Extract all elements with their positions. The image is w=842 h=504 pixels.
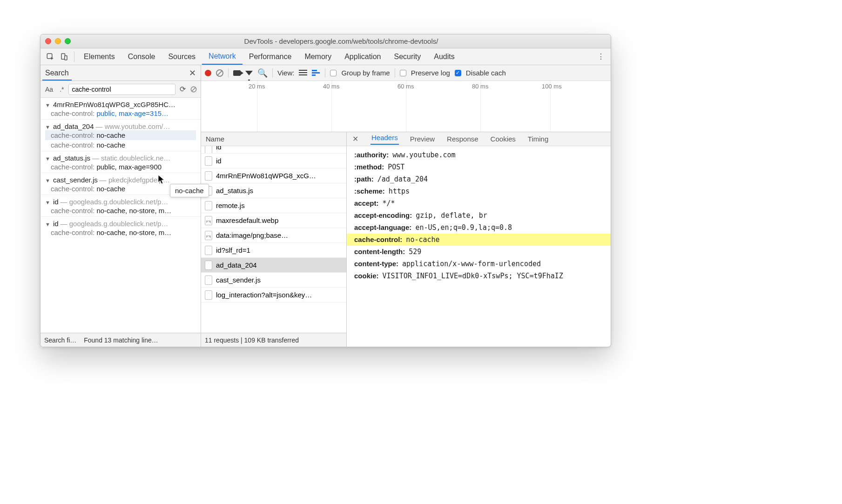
inspect-element-icon[interactable]	[44, 51, 56, 63]
search-result-title[interactable]: ▼ad_status.js — static.doubleclick.ne…	[45, 154, 196, 162]
tab-sources[interactable]: Sources	[162, 48, 202, 65]
search-result-title[interactable]: ▼ad_data_204 — www.youtube.com/…	[45, 122, 196, 130]
search-header: Search ✕	[40, 65, 201, 81]
regex-toggle[interactable]: .*	[58, 85, 66, 94]
header-row: content-length:529	[347, 246, 611, 258]
table-row[interactable]: id	[201, 146, 346, 154]
refresh-icon[interactable]: ⟳	[178, 85, 187, 94]
devtools-toolbar: ElementsConsoleSourcesNetworkPerformance…	[40, 48, 611, 65]
table-row[interactable]: ad_status.js	[201, 183, 346, 198]
device-toolbar-icon[interactable]	[58, 51, 70, 63]
tab-network[interactable]: Network	[202, 48, 242, 65]
filter-toggle-icon[interactable]	[245, 71, 253, 75]
table-row[interactable]: maxresdefault.webp	[201, 213, 346, 228]
search-result-line[interactable]: cache-control: public, max-age=315…	[45, 108, 196, 118]
table-row[interactable]: 4mrRnEPnWo81qWPG8_xcG…	[201, 168, 346, 183]
search-result-group[interactable]: ▼id — googleads.g.doubleclick.net/p…cach…	[40, 216, 201, 238]
clear-button[interactable]	[216, 69, 223, 77]
script-file-icon	[205, 246, 212, 255]
detail-tab-response[interactable]: Response	[446, 135, 479, 143]
header-value: POST	[388, 163, 404, 171]
close-window-button[interactable]	[45, 38, 51, 44]
table-row[interactable]: cast_sender.js	[201, 273, 346, 288]
tooltip-text: no-cache	[175, 187, 204, 195]
detail-tab-headers[interactable]: Headers	[370, 134, 399, 145]
waterfall-view-icon[interactable]	[312, 70, 320, 76]
group-by-frame-checkbox[interactable]	[330, 70, 337, 76]
search-results: ▼4mrRnEPnWo81qWPG8_xcGP85HC… cache-contr…	[40, 98, 201, 333]
image-file-icon	[205, 216, 212, 225]
search-controls: Aa .* ⟳	[40, 81, 201, 98]
search-result-group[interactable]: ▼id — googleads.g.doubleclick.net/p…cach…	[40, 195, 201, 216]
record-button[interactable]	[205, 70, 211, 76]
close-detail-icon[interactable]: ✕	[352, 134, 358, 143]
tab-console[interactable]: Console	[121, 48, 162, 65]
search-result-group[interactable]: ▼ad_data_204 — www.youtube.com/…cache-co…	[40, 119, 201, 151]
timeline-tick: 40 ms	[323, 83, 339, 90]
svg-rect-2	[65, 55, 67, 60]
search-drawer: Search ✕ Aa .* ⟳ ▼4mrRnEPnWo81qWPG8_xcGP…	[40, 65, 201, 347]
header-value: 529	[409, 248, 421, 256]
header-value: www.youtube.com	[392, 151, 455, 159]
request-list: idid4mrRnEPnWo81qWPG8_xcG…ad_status.jsre…	[201, 146, 346, 333]
match-case-toggle[interactable]: Aa	[43, 85, 55, 94]
table-row[interactable]: remote.js	[201, 198, 346, 213]
search-result-title[interactable]: ▼cast_sender.js — pkedcjkdefgpdelp…	[45, 176, 196, 184]
traffic-lights	[45, 38, 71, 44]
search-result-group[interactable]: ▼4mrRnEPnWo81qWPG8_xcGP85HC… cache-contr…	[40, 98, 201, 119]
request-name: id?slf_rd=1	[216, 246, 250, 254]
tab-performance[interactable]: Performance	[242, 48, 298, 65]
search-result-title[interactable]: ▼id — googleads.g.doubleclick.net/p…	[45, 220, 196, 228]
screenshots-toggle-icon[interactable]	[233, 70, 241, 76]
search-result-line[interactable]: cache-control: no-cache	[45, 140, 196, 150]
network-timeline[interactable]: 20 ms40 ms60 ms80 ms100 ms	[201, 81, 611, 132]
network-toolbar: 🔍 View: Group by frame Preserve log ✓ Di…	[201, 65, 611, 81]
tab-elements[interactable]: Elements	[77, 48, 121, 65]
search-icon[interactable]: 🔍	[257, 68, 268, 78]
header-value: /ad_data_204	[377, 175, 428, 183]
clear-icon[interactable]	[189, 85, 198, 94]
tab-audits[interactable]: Audits	[427, 48, 461, 65]
disable-cache-checkbox[interactable]: ✓	[455, 70, 461, 76]
header-value: en-US,en;q=0.9,la;q=0.8	[415, 223, 512, 232]
request-list-header[interactable]: Name	[201, 132, 346, 146]
disable-cache-label: Disable cach	[466, 69, 506, 77]
search-result-line[interactable]: cache-control: no-cache	[45, 130, 196, 140]
tab-memory[interactable]: Memory	[298, 48, 338, 65]
image-file-icon	[205, 231, 212, 240]
tooltip: no-cache	[170, 184, 209, 197]
header-row: :method:POST	[347, 161, 611, 173]
more-menu-icon[interactable]: ⋮	[595, 51, 607, 63]
table-row[interactable]: log_interaction?alt=json&key…	[201, 288, 346, 302]
large-rows-icon[interactable]	[299, 70, 307, 76]
table-row[interactable]: id?slf_rd=1	[201, 243, 346, 258]
search-result-line[interactable]: cache-control: public, max-age=900	[45, 162, 196, 172]
search-result-line[interactable]: cache-control: no-cache, no-store, m…	[45, 228, 196, 237]
tab-application[interactable]: Application	[338, 48, 387, 65]
request-name: remote.js	[216, 202, 245, 209]
request-name: data:image/png;base…	[216, 231, 288, 239]
preserve-log-checkbox[interactable]	[400, 70, 406, 76]
script-file-icon	[205, 261, 212, 270]
script-file-icon	[205, 201, 212, 210]
zoom-window-button[interactable]	[65, 38, 71, 44]
table-row[interactable]: data:image/png;base…	[201, 228, 346, 243]
detail-tab-cookies[interactable]: Cookies	[490, 135, 517, 143]
request-summary: 11 requests | 109 KB transferred	[205, 336, 299, 344]
table-row[interactable]: id	[201, 154, 346, 168]
close-icon[interactable]: ✕	[189, 68, 196, 78]
detail-tab-timing[interactable]: Timing	[527, 135, 549, 143]
group-by-frame-label: Group by frame	[341, 69, 390, 77]
search-result-title[interactable]: ▼4mrRnEPnWo81qWPG8_xcGP85HC…	[45, 101, 196, 108]
tab-security[interactable]: Security	[387, 48, 427, 65]
window-titlebar: DevTools - developers.google.com/web/too…	[40, 34, 611, 48]
search-result-group[interactable]: ▼ad_status.js — static.doubleclick.ne…ca…	[40, 151, 201, 173]
minimize-window-button[interactable]	[55, 38, 61, 44]
request-name: maxresdefault.webp	[216, 216, 278, 224]
search-result-line[interactable]: cache-control: no-cache, no-store, m…	[45, 206, 196, 215]
table-row[interactable]: ad_data_204	[201, 258, 346, 273]
script-file-icon	[205, 171, 212, 181]
search-result-title[interactable]: ▼id — googleads.g.doubleclick.net/p…	[45, 198, 196, 206]
search-input[interactable]	[68, 84, 175, 95]
detail-tab-preview[interactable]: Preview	[409, 135, 436, 143]
